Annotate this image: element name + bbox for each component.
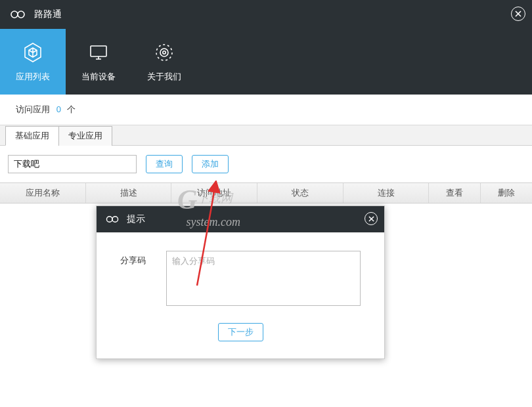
tab-current-device[interactable]: 当前设备: [66, 29, 131, 95]
svg-rect-4: [91, 46, 106, 56]
tab-label: 当前设备: [81, 71, 116, 83]
svg-point-8: [106, 217, 112, 223]
th-view: 查看: [429, 183, 481, 203]
table-header: 应用名称 描述 访问地址 状态 连接 查看 删除: [0, 182, 532, 204]
tab-basic-apps[interactable]: 基础应用: [5, 126, 59, 146]
search-input[interactable]: [8, 155, 137, 173]
inner-tabs: 基础应用 专业应用: [0, 125, 532, 146]
tab-app-list[interactable]: 应用列表: [0, 29, 66, 95]
modal-footer: 下一步: [97, 319, 384, 358]
content-area: 访问应用 0 个 基础应用 专业应用 查询 添加 应用名称 描述 访问地址 状态…: [0, 95, 532, 204]
modal-body: 分享码: [97, 232, 384, 319]
share-modal: 提示 分享码 下一步: [96, 205, 385, 359]
summary-prefix: 访问应用: [16, 104, 50, 114]
titlebar: 路路通: [0, 0, 532, 29]
modal-logo-icon: [106, 215, 119, 223]
app-logo-icon: [11, 10, 25, 19]
th-status: 状态: [257, 183, 344, 203]
th-delete: 删除: [481, 183, 532, 203]
svg-point-1: [18, 11, 24, 18]
gear-icon: [152, 41, 176, 64]
close-button[interactable]: [511, 7, 525, 21]
share-code-label: 分享码: [120, 251, 154, 267]
modal-header: 提示: [97, 206, 384, 232]
monitor-icon: [87, 41, 110, 64]
summary-bar: 访问应用 0 个: [0, 95, 532, 125]
main-nav: 应用列表 当前设备 关于我们: [0, 29, 532, 95]
share-code-input[interactable]: [166, 251, 361, 306]
th-name: 应用名称: [0, 183, 86, 203]
modal-close-button[interactable]: [365, 212, 378, 225]
th-url: 访问地址: [171, 183, 257, 203]
summary-suffix: 个: [67, 104, 76, 114]
svg-point-9: [112, 217, 118, 223]
summary-count: 0: [56, 104, 61, 114]
tab-label: 应用列表: [16, 71, 50, 83]
svg-point-6: [156, 45, 172, 60]
modal-title: 提示: [127, 213, 145, 225]
svg-point-5: [160, 49, 168, 56]
next-button[interactable]: 下一步: [218, 323, 263, 341]
th-desc: 描述: [86, 183, 172, 203]
add-button[interactable]: 添加: [192, 155, 229, 173]
tab-about[interactable]: 关于我们: [131, 29, 197, 95]
svg-point-0: [11, 11, 18, 18]
app-title: 路路通: [34, 9, 62, 20]
toolbar: 查询 添加: [0, 146, 532, 182]
svg-point-7: [163, 51, 166, 54]
th-connect: 连接: [344, 183, 430, 203]
tab-label: 关于我们: [147, 71, 181, 83]
cube-icon: [21, 41, 45, 64]
tab-pro-apps[interactable]: 专业应用: [58, 126, 112, 146]
query-button[interactable]: 查询: [146, 155, 183, 173]
